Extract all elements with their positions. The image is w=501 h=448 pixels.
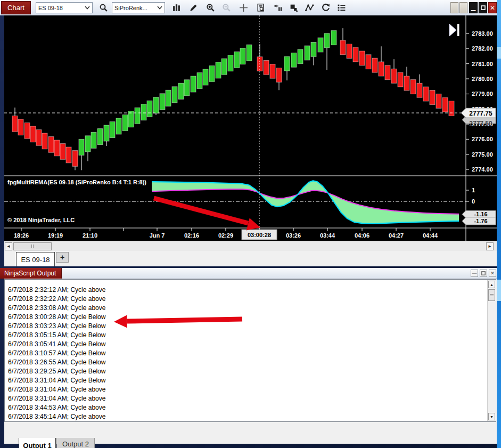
output-vertical-scrollbar[interactable]: ▲ ▼ <box>487 280 495 421</box>
time-tick-label: Jun 7 <box>150 232 165 239</box>
time-tick-label: 04:27 <box>389 232 404 239</box>
indicators-icon <box>305 3 314 12</box>
indicator-axis: 10 <box>466 187 475 205</box>
panels-button[interactable] <box>286 2 300 14</box>
tab-output-1[interactable]: Output 1 <box>19 438 56 448</box>
chart-style-button[interactable] <box>169 2 183 14</box>
price-tick-label: 2779.00 <box>472 91 493 97</box>
bar-spacing-icon <box>273 3 282 12</box>
scroll-right-button[interactable]: ► <box>486 242 494 250</box>
ninjascript-output-window: NinjaScript Output — ✕ 6/7/2018 2:32:12 … <box>0 268 497 444</box>
output-log-box[interactable]: 6/7/2018 2:32:12 AM; Cycle above 6/7/201… <box>4 279 496 422</box>
zoom-in-icon <box>206 3 215 12</box>
zoom-in-button[interactable] <box>203 2 217 14</box>
scroll-thumb[interactable] <box>488 289 495 301</box>
renko-bars <box>12 28 454 170</box>
output-title-badge: NinjaScript Output <box>0 268 62 279</box>
indicator-value-tag: -1.76 <box>462 217 496 225</box>
price-tick-label: 2776.00 <box>472 136 493 142</box>
indicators-button[interactable] <box>302 2 316 14</box>
crosshair-icon <box>239 3 248 12</box>
properties-button[interactable] <box>334 2 348 14</box>
print-preview-button[interactable] <box>253 2 267 14</box>
copyright-label: © 2018 NinjaTrader, LLC <box>7 217 75 223</box>
window-title-badge: Chart <box>1 1 31 14</box>
preset-selector[interactable]: SiProRenk... <box>112 2 165 13</box>
price-tick-label: 2783.00 <box>472 30 493 37</box>
indicator-tick-label: 0 <box>472 198 475 205</box>
last-price-tag: 2777.75 <box>461 108 496 118</box>
svg-text:2777.75: 2777.75 <box>469 110 492 117</box>
output-minimize-button[interactable]: — <box>471 270 478 277</box>
restore-icon <box>481 271 486 275</box>
time-tick-label: 03:26 <box>286 232 301 239</box>
drawing-tools-icon <box>189 3 198 12</box>
svg-text:-1.16: -1.16 <box>474 211 487 217</box>
price-tick-label: 2780.00 <box>472 76 493 82</box>
magnifier-icon <box>99 3 108 12</box>
output-tab-row: Output 1 Output 2 <box>4 438 497 448</box>
tab-es-09-18[interactable]: ES 09-18 <box>16 252 55 266</box>
instrument-value: ES 09-18 <box>38 5 85 11</box>
toolbar-blank-button[interactable] <box>450 2 458 13</box>
indicator-fill-band <box>152 181 459 224</box>
chart-window: 2783.002782.002781.002780.002779.002778.… <box>4 15 497 266</box>
chevron-down-icon <box>85 6 90 10</box>
strip-highlight <box>497 280 501 301</box>
output-close-button[interactable]: ✕ <box>489 270 496 277</box>
time-tick-label: 02:29 <box>218 232 233 239</box>
svg-text:2777.50: 2777.50 <box>469 120 492 127</box>
time-tick-label: 18:26 <box>14 232 29 239</box>
time-tick-label: 03:44 <box>320 232 335 239</box>
minimize-button[interactable]: ▁ <box>469 2 478 13</box>
price-tick-label: 2781.00 <box>472 61 493 67</box>
chart-plot-area[interactable]: 2783.002782.002781.002780.002779.002778.… <box>4 15 497 241</box>
time-tick-label: 04:44 <box>423 232 438 239</box>
restore-icon <box>481 5 486 10</box>
add-tab-button[interactable]: + <box>56 252 69 263</box>
output-log-lines: 6/7/2018 2:32:12 AM; Cycle above 6/7/201… <box>8 286 485 421</box>
chart-horizontal-scrollbar[interactable]: ◄ ► <box>4 241 497 251</box>
zoom-out-button <box>219 2 233 14</box>
strip-highlight <box>497 47 501 59</box>
properties-icon <box>337 3 346 12</box>
chart-tab-row: ES 09-18 + <box>4 251 497 266</box>
scroll-up-button[interactable]: ▲ <box>488 281 495 288</box>
scroll-left-button[interactable]: ◄ <box>5 242 12 250</box>
indicator-tick-label: 1 <box>472 187 475 193</box>
svg-text:-1.76: -1.76 <box>474 218 487 224</box>
price-tick-label: 2774.00 <box>472 166 493 173</box>
tab-output-2[interactable]: Output 2 <box>56 438 95 448</box>
go-to-end-icon[interactable] <box>449 24 459 36</box>
scroll-down-button[interactable]: ▼ <box>488 413 495 420</box>
indicator-panel-label: fpgMultiREMA(ES 09-18 (SiProRenko B:4 T:… <box>7 179 146 185</box>
reload-button[interactable] <box>318 2 332 14</box>
zoom-out-icon <box>222 3 231 12</box>
time-tick-label: 19:19 <box>48 232 63 239</box>
close-button[interactable]: ✕ <box>488 2 497 13</box>
chevron-down-icon <box>157 6 162 10</box>
restore-button[interactable] <box>479 2 487 13</box>
print-preview-icon <box>256 3 265 12</box>
ninjatrader-workspace: Chart ES 09-18 SiProRenk... ▁ ✕ 2783.002… <box>0 0 501 448</box>
toolbar-blank-button[interactable] <box>459 2 467 13</box>
time-tick-label: 04:06 <box>355 232 369 239</box>
time-axis: 18:2619:1921:10Jun 702:1602:2903:2603:44… <box>14 228 438 239</box>
price-axis: 2783.002782.002781.002780.002779.002778.… <box>466 30 493 173</box>
instrument-lookup-button[interactable] <box>96 2 110 14</box>
drawing-tools-button[interactable] <box>186 2 200 14</box>
svg-text:03:00:28: 03:00:28 <box>248 232 271 238</box>
output-restore-button[interactable] <box>480 270 487 277</box>
scroll-thumb[interactable] <box>13 242 52 250</box>
chart-toolbar: Chart ES 09-18 SiProRenk... ▁ ✕ <box>0 0 497 15</box>
background-window-strip <box>497 0 501 448</box>
time-tick-label: 21:10 <box>83 232 97 239</box>
output-titlebar[interactable]: NinjaScript Output — ✕ <box>0 268 497 279</box>
indicator-value-tag: -1.16 <box>462 210 496 218</box>
instrument-selector[interactable]: ES 09-18 <box>36 2 93 13</box>
crosshair-button[interactable] <box>236 2 250 14</box>
price-tick-label: 2775.00 <box>472 151 493 158</box>
bar-spacing-button[interactable] <box>270 2 284 14</box>
price-tick-label: 2782.00 <box>472 45 493 52</box>
crosshair-time-tag: 03:00:28 <box>242 230 277 240</box>
